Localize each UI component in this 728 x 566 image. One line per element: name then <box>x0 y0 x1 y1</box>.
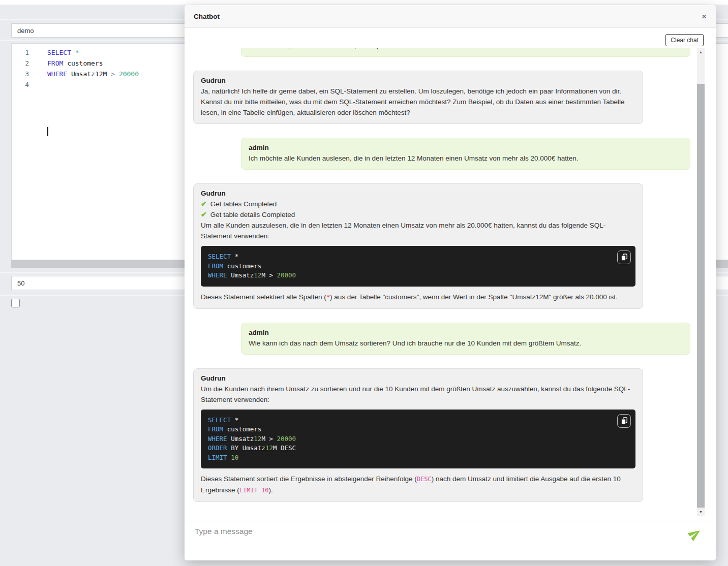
message-author: admin <box>249 327 683 338</box>
message-text: Dieses Statement selektiert alle Spalten… <box>201 292 635 303</box>
message-text: Ja, natürlich! Ich helfe dir gerne dabei… <box>201 86 635 118</box>
tool-status: ✔Get tables Completed <box>201 199 635 209</box>
scroll-up-icon[interactable]: ▲ <box>697 48 705 56</box>
tool-status-label: Get table details Completed <box>210 209 295 220</box>
user-message-bubble: adminWie kann ich das nach dem Umsatz so… <box>241 323 690 355</box>
toolbar-row: Clear chat <box>185 34 716 47</box>
message-author: Gudrun <box>201 373 635 384</box>
message-text: Hallo Gudrun, kannst du mir helfen, ein … <box>249 48 683 51</box>
chat-area: Hallo Gudrun, kannst du mir helfen, ein … <box>185 48 705 516</box>
editor-code-text <box>34 79 47 90</box>
chat-message: adminIch möchte alle Kunden auslesen, di… <box>193 138 693 170</box>
line-number: 1 <box>12 47 34 58</box>
editor-code-text: SELECT * <box>34 47 79 58</box>
sql-code-block: SELECT *FROM customersWHERE Umsatz12M > … <box>201 410 635 469</box>
chat-scrollbar[interactable]: ▲ ▼ <box>697 48 705 516</box>
check-icon: ✔ <box>201 199 207 209</box>
copy-button[interactable] <box>617 250 631 264</box>
tool-status: ✔Get table details Completed <box>201 209 635 220</box>
code-line: ORDER BY Umsatz12M DESC <box>208 444 628 453</box>
chat-message: adminWie kann ich das nach dem Umsatz so… <box>193 323 693 355</box>
message-text: Dieses Statement sortiert die Ergebnisse… <box>201 474 635 496</box>
chat-message: GudrunUm die Kunden nach ihrem Umsatz zu… <box>193 368 693 502</box>
dialog-body: Clear chat Hallo Gudrun, kannst du mir h… <box>185 28 716 560</box>
copy-icon <box>621 254 628 261</box>
code-line: WHERE Umsatz12M > 20000 <box>208 434 628 444</box>
message-author: admin <box>249 142 683 153</box>
dialog-title: Chatbot <box>194 13 220 20</box>
chat-message-list: Hallo Gudrun, kannst du mir helfen, ein … <box>193 48 693 516</box>
bot-message-bubble: GudrunUm die Kunden nach ihrem Umsatz zu… <box>193 368 643 502</box>
message-text: Wie kann ich das nach dem Umsatz sortier… <box>249 338 683 349</box>
message-text: Um die Kunden nach ihrem Umsatz zu sorti… <box>201 384 635 405</box>
line-number: 4 <box>12 79 34 90</box>
clear-chat-button[interactable]: Clear chat <box>665 34 704 46</box>
send-icon <box>686 525 704 543</box>
code-line: LIMIT 10 <box>208 453 628 463</box>
message-text: Ich möchte alle Kunden auslesen, die in … <box>249 153 683 164</box>
editor-code-text: WHERE Umsatz12M > 20000 <box>34 69 139 79</box>
chatbot-dialog: Chatbot × Clear chat Hallo Gudrun, kanns… <box>185 5 716 560</box>
close-icon[interactable]: × <box>702 12 707 21</box>
bot-message-bubble: Gudrun✔Get tables Completed✔Get table de… <box>193 183 643 309</box>
chat-message: Gudrun✔Get tables Completed✔Get table de… <box>193 183 693 309</box>
message-author: Gudrun <box>201 75 635 86</box>
line-number: 3 <box>12 69 34 79</box>
line-number: 2 <box>12 58 34 69</box>
message-input[interactable] <box>194 526 672 537</box>
user-message-bubble: Hallo Gudrun, kannst du mir helfen, ein … <box>241 48 690 57</box>
editor-cursor <box>47 127 48 136</box>
copy-button[interactable] <box>617 414 631 428</box>
message-text: Um alle Kunden auszulesen, die in den le… <box>201 220 635 241</box>
scroll-down-icon[interactable]: ▼ <box>697 508 705 516</box>
code-line: SELECT * <box>208 252 628 262</box>
code-line: FROM customers <box>208 425 628 434</box>
message-author: Gudrun <box>201 188 635 199</box>
check-icon: ✔ <box>201 209 207 220</box>
scrollbar-thumb[interactable] <box>697 84 705 508</box>
editor-code-text: FROM customers <box>34 58 103 69</box>
code-line: SELECT * <box>208 416 628 425</box>
user-message-bubble: adminIch möchte alle Kunden auslesen, di… <box>241 138 690 170</box>
chat-message: GudrunJa, natürlich! Ich helfe dir gerne… <box>193 71 693 124</box>
message-input-row <box>185 521 716 560</box>
chat-message: Hallo Gudrun, kannst du mir helfen, ein … <box>193 48 693 57</box>
bot-message-bubble: GudrunJa, natürlich! Ich helfe dir gerne… <box>193 71 643 124</box>
dialog-header: Chatbot × <box>185 5 716 28</box>
send-button[interactable] <box>688 527 702 541</box>
code-line: FROM customers <box>208 262 628 271</box>
code-line: WHERE Umsatz12M > 20000 <box>208 271 628 280</box>
page-top-strip <box>0 0 728 5</box>
checkbox[interactable] <box>11 299 20 307</box>
copy-icon <box>621 417 628 425</box>
tool-status-label: Get tables Completed <box>210 199 277 209</box>
sql-code-block: SELECT *FROM customersWHERE Umsatz12M > … <box>201 246 635 287</box>
